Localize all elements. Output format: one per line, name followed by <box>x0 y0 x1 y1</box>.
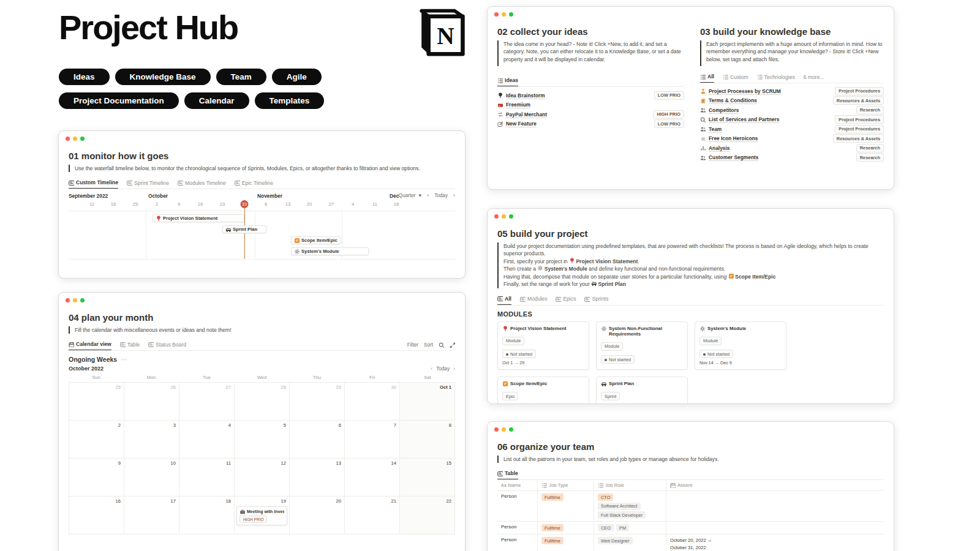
tab-modules[interactable]: Modules <box>520 293 547 305</box>
expand-icon[interactable] <box>450 342 455 348</box>
idea-item[interactable]: New Feature LOW PRIO <box>497 119 684 129</box>
kb-item[interactable]: Terms & Conditions Resources & Assets <box>700 96 884 106</box>
calendar-cell[interactable]: 8 <box>400 421 455 458</box>
zoom-button[interactable] <box>509 12 513 17</box>
timeline-bar-systems-module[interactable]: System's Module <box>291 247 369 255</box>
calendar-cell[interactable]: 14 <box>345 459 400 496</box>
tab-modules-timeline[interactable]: Modules Timeline <box>178 177 226 189</box>
minimize-button[interactable] <box>73 298 77 302</box>
calendar-cell[interactable]: 15 <box>400 459 455 496</box>
kb-item[interactable]: Free Icon Heroicons Resources & Assets <box>700 134 884 144</box>
next-month-arrow[interactable]: › <box>453 366 455 372</box>
calendar-cell[interactable]: 29 <box>290 383 345 420</box>
kb-item[interactable]: Project Processes by SCRUM Project Proce… <box>700 86 884 96</box>
close-button[interactable] <box>494 12 499 17</box>
more-options-icon[interactable]: ··· <box>121 356 127 363</box>
minimize-button[interactable] <box>502 12 506 17</box>
zoom-button[interactable] <box>509 427 513 432</box>
calendar-cell[interactable]: 6 <box>290 421 345 458</box>
mention-sprint-plan[interactable]: Sprint Plan <box>591 281 626 287</box>
kb-item[interactable]: Analysis Research <box>700 143 884 153</box>
table-row[interactable]: Person Fulltime Web Designer October 20,… <box>497 534 884 551</box>
calendar-cell[interactable]: 21 <box>345 497 400 534</box>
calendar-cell[interactable]: 22 <box>400 497 455 534</box>
close-button[interactable] <box>66 137 70 141</box>
tab-ideas[interactable]: Ideas <box>497 75 518 86</box>
calendar-cell[interactable]: 7 <box>345 421 400 458</box>
minimize-button[interactable] <box>73 137 77 141</box>
timeline-bar-sprint-plan[interactable]: Sprint Plan <box>222 225 266 233</box>
calendar-cell[interactable]: 18 <box>179 497 235 534</box>
column-header-job-type[interactable]: Job Type <box>538 480 594 490</box>
close-button[interactable] <box>494 427 499 432</box>
today-button[interactable]: Today <box>436 366 450 372</box>
calendar-cell[interactable]: 20 <box>290 497 345 534</box>
tab-custom-timeline[interactable]: Custom Timeline <box>69 177 118 189</box>
zoom-button[interactable] <box>80 137 85 141</box>
kb-item[interactable]: Team Project Procedures <box>700 124 884 134</box>
timeline-bar-project-vision-statement[interactable]: Project Vision Statement <box>153 214 244 222</box>
tab-epics[interactable]: Epics <box>556 293 576 305</box>
calendar-cell[interactable]: 19 Meeting with Investor HIGH PRIO <box>235 497 290 534</box>
mention-systems-module[interactable]: System's Module <box>537 266 587 272</box>
idea-item[interactable]: Freemium <box>497 100 684 110</box>
calendar-cell[interactable]: 30 <box>345 383 400 420</box>
filter-button[interactable]: Filter <box>407 342 418 348</box>
prev-month-arrow[interactable]: ‹ <box>431 366 432 372</box>
next-arrow[interactable]: › <box>453 193 455 198</box>
zoom-button[interactable] <box>509 214 513 219</box>
calendar-cell[interactable]: 13 <box>290 459 345 496</box>
kb-item[interactable]: Customer Segments Research <box>700 153 884 163</box>
nav-pill-calendar[interactable]: Calendar <box>184 92 249 109</box>
tab-all[interactable]: All <box>700 71 714 83</box>
idea-item[interactable]: PayPal Merchant HIGH PRIO <box>497 110 684 119</box>
tab-all[interactable]: All <box>497 293 511 305</box>
nav-pill-team[interactable]: Team <box>216 69 266 85</box>
calendar-cell[interactable]: 12 <box>235 459 290 496</box>
idea-item[interactable]: Idea Brainstorm LOW PRIO <box>497 91 684 100</box>
kb-item[interactable]: Competitors Research <box>700 105 884 115</box>
close-button[interactable] <box>494 214 499 219</box>
tab-sprint-timeline[interactable]: Sprint Timeline <box>127 177 169 189</box>
calendar-cell[interactable]: 27 <box>179 383 235 420</box>
table-row[interactable]: Person Fulltime CTO Software Architect F… <box>497 491 884 522</box>
calendar-cell[interactable]: 26 <box>124 383 179 420</box>
column-header-absent[interactable]: Absent <box>666 480 884 490</box>
close-button[interactable] <box>66 298 70 302</box>
table-row[interactable]: Person Fulltime CEO PM <box>497 522 884 534</box>
tab-custom[interactable]: Custom <box>723 71 748 83</box>
column-header-name[interactable]: AaName <box>497 480 538 490</box>
minimize-button[interactable] <box>502 214 506 219</box>
today-button[interactable]: Today <box>434 193 448 198</box>
mention-project-vision-statement[interactable]: Project Vision Statement <box>569 258 638 264</box>
tab-status-board[interactable]: Status Board <box>148 339 186 350</box>
module-card-sprint-plan[interactable]: Sprint Plan Sprint Not started Oct 23 → … <box>596 377 688 404</box>
sort-button[interactable]: Sort <box>424 342 433 348</box>
tab-epic-timeline[interactable]: Epic Timeline <box>235 177 273 189</box>
calendar-cell[interactable]: 28 <box>235 383 290 420</box>
mention-scope-item-epic[interactable]: Scope Item/Epic <box>728 274 776 280</box>
nav-pill-project-documentation[interactable]: Project Documentation <box>59 92 179 109</box>
nav-pill-agile[interactable]: Agile <box>272 69 322 85</box>
zoom-button[interactable] <box>80 298 85 302</box>
quarter-select[interactable]: Quarter▾ <box>399 193 421 198</box>
tab-table[interactable]: Table <box>497 468 518 479</box>
calendar-cell[interactable]: Oct 1 <box>400 383 455 420</box>
calendar-cell[interactable]: 17 <box>124 497 179 534</box>
event-meeting-with-investor[interactable]: Meeting with Investor HIGH PRIO <box>236 506 287 525</box>
calendar-cell[interactable]: 3 <box>124 421 179 458</box>
prev-arrow[interactable]: ‹ <box>427 193 429 198</box>
kb-item[interactable]: List of Services and Partners Project Pr… <box>700 115 884 125</box>
module-card-project-vision-statement[interactable]: Project Vision Statement Module Not star… <box>497 321 589 370</box>
module-card-scope-item-epic[interactable]: Scope Item/Epic Epic Not started Nov 14 … <box>497 377 589 404</box>
search-icon[interactable] <box>439 342 444 348</box>
calendar-cell[interactable]: 16 <box>69 497 124 534</box>
module-card-systems-module[interactable]: System's Module Module Not started Nov 1… <box>695 321 786 370</box>
calendar-cell[interactable]: 11 <box>179 459 235 496</box>
calendar-cell[interactable]: 4 <box>179 421 235 458</box>
calendar-cell[interactable]: 9 <box>69 459 124 496</box>
tab-calendar-view[interactable]: Calendar view <box>69 339 111 350</box>
calendar-cell[interactable]: 5 <box>235 421 290 458</box>
timeline-bar-scope-item-epic[interactable]: Scope Item/Epic <box>291 236 341 244</box>
module-card-system-nfr[interactable]: System Non-Functional Requirements Modul… <box>596 321 688 370</box>
